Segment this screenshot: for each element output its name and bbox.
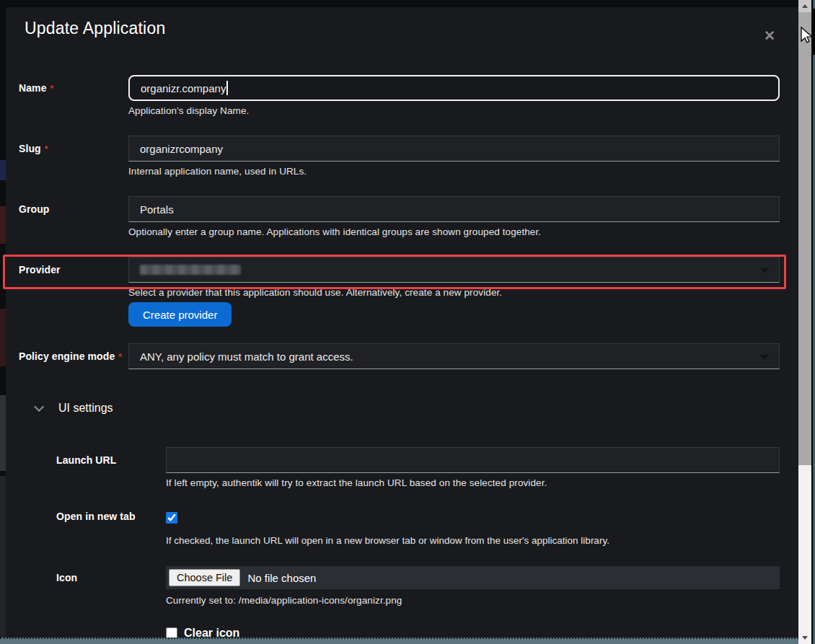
clear-icon-checkbox[interactable] (166, 627, 177, 638)
policy-engine-mode-value: ANY, any policy must match to grant acce… (140, 350, 353, 363)
name-help: Application's display Name. (128, 105, 780, 116)
group-row: Group Portals Optionally enter a group n… (19, 196, 780, 237)
choose-file-button[interactable]: Choose File (169, 569, 240, 586)
slug-input[interactable]: organizrcompany (128, 136, 780, 162)
scroll-up-button[interactable] (798, 0, 811, 12)
backdrop-fragment (0, 476, 6, 638)
name-value: organizr.company (141, 82, 226, 94)
chevron-down-icon (760, 355, 769, 360)
slug-row: Slug* organizrcompany Internal applicati… (19, 136, 780, 177)
file-status-text: No file chosen (247, 572, 316, 584)
vertical-scrollbar[interactable] (798, 0, 811, 644)
icon-label: Icon (56, 566, 166, 606)
scrollbar-thumb[interactable] (798, 12, 811, 465)
slug-help: Internal application name, used in URLs. (128, 166, 780, 177)
chevron-down-icon (760, 268, 769, 273)
group-help: Optionally enter a group name. Applicati… (128, 226, 780, 237)
open-in-new-tab-help: If checked, the launch URL will open in … (166, 535, 780, 546)
clear-icon-label: Clear icon (184, 627, 239, 638)
icon-file-input[interactable]: Choose File No file chosen (166, 566, 780, 589)
name-input[interactable]: organizr.company (128, 75, 780, 101)
backdrop-fragment (0, 206, 6, 244)
provider-select[interactable] (128, 257, 780, 283)
application-form: Name* organizr.company Application's dis… (19, 75, 780, 638)
policy-engine-mode-select[interactable]: ANY, any policy must match to grant acce… (128, 343, 780, 369)
backdrop-fragment (0, 395, 6, 471)
ui-settings-section-toggle[interactable]: UI settings (19, 401, 780, 415)
open-in-new-tab-checkbox[interactable] (166, 512, 177, 524)
text-cursor (226, 81, 228, 95)
backdrop-fragment (0, 309, 6, 366)
provider-row: Provider Select a provider that this app… (19, 257, 780, 327)
required-asterisk: * (50, 84, 54, 94)
backdrop-fragment (0, 160, 6, 180)
group-value: Portals (140, 203, 174, 216)
name-row: Name* organizr.company Application's dis… (19, 75, 780, 116)
launch-url-label: Launch URL (56, 447, 166, 488)
update-application-modal: Update Application ✕ Name* organizr.comp… (6, 7, 798, 638)
clear-icon-label-spacer (56, 630, 166, 637)
icon-help: Currently set to: /media/application-ico… (166, 595, 780, 606)
launch-url-row: Launch URL If left empty, authentik will… (19, 447, 780, 488)
arrow-up-icon (802, 4, 808, 8)
scroll-down-button[interactable] (798, 632, 811, 644)
open-in-new-tab-label: Open in new tab (56, 510, 166, 546)
provider-redacted-value (140, 265, 241, 275)
create-provider-button[interactable]: Create provider (128, 302, 232, 327)
open-in-new-tab-row: Open in new tab If checked, the launch U… (19, 510, 780, 546)
slug-label: Slug* (19, 136, 128, 177)
group-label: Group (19, 196, 128, 237)
launch-url-help: If left empty, authentik will try to ext… (166, 477, 780, 488)
arrow-down-icon (802, 636, 808, 640)
provider-label: Provider (19, 257, 128, 327)
modal-title: Update Application (25, 19, 780, 43)
page: Update Application ✕ Name* organizr.comp… (0, 0, 815, 644)
name-label: Name* (19, 75, 128, 116)
policy-engine-mode-label: Policy engine mode* (19, 343, 128, 369)
group-input[interactable]: Portals (128, 196, 780, 222)
ui-settings-section-label: UI settings (58, 402, 113, 415)
slug-value: organizrcompany (140, 143, 223, 155)
provider-help: Select a provider that this application … (128, 287, 780, 298)
policy-engine-mode-row: Policy engine mode* ANY, any policy must… (19, 343, 780, 369)
chevron-down-icon (34, 402, 44, 412)
icon-row: Icon Choose File No file chosen Currentl… (19, 566, 780, 606)
clear-icon-row: Clear icon (19, 627, 780, 638)
backdrop-bottom-strip (0, 638, 798, 644)
close-icon[interactable]: ✕ (764, 29, 775, 43)
required-asterisk: * (45, 144, 48, 154)
required-asterisk: * (118, 352, 122, 362)
launch-url-input[interactable] (166, 447, 780, 473)
